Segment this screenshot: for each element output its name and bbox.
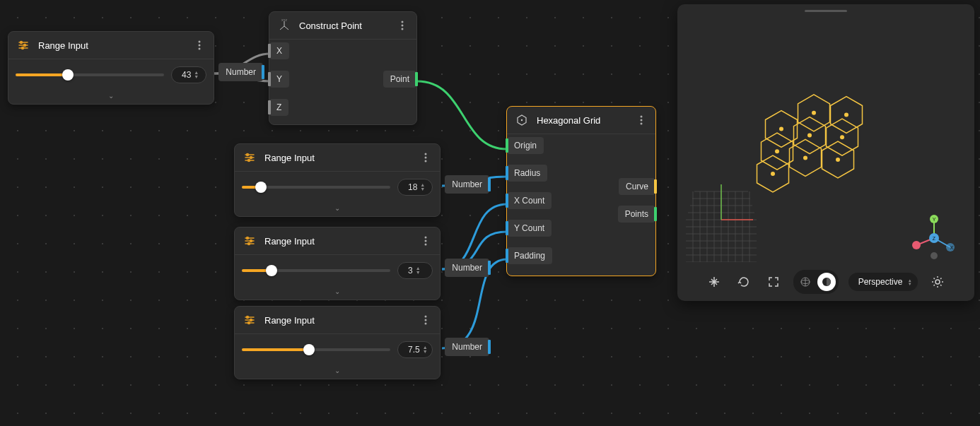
range-value: 18 (408, 182, 417, 192)
svg-point-21 (248, 160, 250, 162)
axis-gizmo[interactable]: Y Z X (909, 213, 959, 263)
svg-point-23 (425, 157, 427, 159)
range-value-input[interactable]: 43 ▲▼ (171, 66, 206, 83)
node-menu-button[interactable] (419, 313, 433, 327)
svg-point-45 (641, 116, 643, 118)
shaded-mode-icon[interactable] (817, 273, 836, 291)
node-range-input-1[interactable]: Range Input 43 ▲▼ Number ⌄ (8, 31, 214, 105)
shading-mode-toggle[interactable] (793, 270, 839, 294)
range-value: 3 (408, 266, 413, 276)
svg-line-10 (280, 26, 284, 30)
node-range-input-3[interactable]: Range Input 3 ▲▼ Number ⌄ (234, 227, 441, 300)
svg-point-64 (840, 135, 844, 139)
viewport-drag-handle[interactable] (805, 10, 847, 12)
svg-point-33 (425, 244, 427, 246)
sliders-icon (242, 150, 257, 165)
range-value-input[interactable]: 18 ▲▼ (397, 179, 433, 196)
xyz-icon: XYZ (276, 18, 292, 33)
collapse-toggle[interactable]: ⌄ (235, 203, 440, 216)
svg-text:XYZ: XYZ (281, 19, 287, 22)
svg-point-5 (22, 47, 24, 49)
output-port-points[interactable]: Points (618, 206, 655, 223)
svg-point-4 (24, 45, 26, 47)
value-stepper[interactable]: ▲▼ (423, 345, 428, 354)
svg-point-38 (250, 319, 252, 321)
svg-point-62 (812, 111, 816, 115)
node-menu-button[interactable] (634, 113, 648, 127)
input-port-radius[interactable]: Radius (507, 165, 547, 182)
node-menu-button[interactable] (395, 18, 409, 32)
settings-gear-icon[interactable] (928, 272, 947, 292)
value-stepper[interactable]: ▲▼ (416, 266, 421, 275)
range-value-input[interactable]: 7.5 ▲▼ (397, 341, 433, 358)
value-stepper[interactable]: ▲▼ (194, 71, 199, 79)
svg-point-61 (807, 134, 812, 138)
svg-point-24 (425, 160, 427, 162)
sliders-icon (242, 312, 257, 328)
svg-line-11 (284, 26, 288, 30)
node-title: Hexagonal Grid (537, 115, 634, 126)
range-slider[interactable] (242, 344, 390, 355)
sliders-icon (242, 233, 257, 249)
output-port-point[interactable]: Point (383, 71, 416, 88)
svg-point-58 (775, 149, 779, 153)
input-port-padding[interactable]: Padding (507, 247, 552, 264)
svg-point-39 (248, 322, 250, 324)
input-port-x[interactable]: X (269, 42, 289, 59)
output-port-number[interactable]: Number (445, 175, 489, 194)
svg-point-91 (912, 241, 921, 249)
collapse-toggle[interactable]: ⌄ (8, 90, 214, 104)
hexagon-icon (514, 112, 530, 128)
range-slider[interactable] (242, 265, 390, 276)
pan-tool-icon[interactable] (704, 272, 724, 292)
value-stepper[interactable]: ▲▼ (420, 183, 425, 191)
wireframe-mode-icon[interactable] (796, 273, 815, 291)
svg-point-20 (250, 157, 252, 159)
node-menu-button[interactable] (419, 234, 433, 248)
collapse-toggle[interactable]: ⌄ (235, 365, 440, 379)
input-port-origin[interactable]: Origin (507, 137, 544, 154)
node-construct-point[interactable]: XYZ Construct Point X Y Z Point (269, 11, 417, 125)
svg-point-30 (248, 243, 250, 245)
svg-point-95 (931, 252, 938, 259)
svg-point-41 (425, 319, 427, 321)
svg-point-42 (425, 323, 427, 325)
sliders-icon (16, 37, 31, 53)
output-port-number[interactable]: Number (445, 338, 489, 356)
svg-text:X: X (950, 245, 954, 250)
node-menu-button[interactable] (419, 150, 433, 165)
svg-point-15 (402, 28, 404, 30)
svg-point-40 (425, 316, 427, 318)
projection-dropdown[interactable]: Perspective ▴▾ (848, 273, 918, 291)
refresh-icon[interactable] (734, 272, 754, 292)
node-range-input-2[interactable]: Range Input 18 ▲▼ Number ⌄ (234, 143, 441, 217)
viewport-panel[interactable]: Y Z X Perspective ▴▾ (677, 4, 974, 301)
range-value: 43 (182, 70, 191, 80)
svg-point-60 (803, 155, 807, 160)
output-port-number[interactable]: Number (218, 63, 263, 81)
svg-point-14 (402, 25, 404, 27)
range-value-input[interactable]: 3 ▲▼ (397, 262, 433, 279)
svg-point-32 (425, 240, 427, 242)
svg-point-22 (425, 153, 427, 155)
svg-point-47 (641, 123, 643, 125)
svg-point-8 (199, 48, 201, 50)
viewport-scene (745, 32, 957, 202)
output-port-number[interactable]: Number (445, 259, 489, 277)
node-hexagonal-grid[interactable]: Hexagonal Grid Origin Radius X Count Y C… (506, 106, 656, 276)
input-port-ycount[interactable]: Y Count (507, 220, 552, 237)
fullscreen-icon[interactable] (764, 272, 783, 292)
input-port-xcount[interactable]: X Count (507, 192, 552, 209)
svg-point-103 (935, 280, 940, 284)
output-port-curve[interactable]: Curve (619, 178, 655, 195)
range-slider[interactable] (16, 69, 164, 81)
svg-point-46 (641, 119, 643, 122)
range-value: 7.5 (408, 345, 420, 355)
range-slider[interactable] (242, 182, 390, 193)
svg-point-57 (771, 172, 775, 176)
node-menu-button[interactable] (192, 38, 206, 52)
input-port-z[interactable]: Z (269, 99, 288, 116)
node-range-input-4[interactable]: Range Input 7.5 ▲▼ Number ⌄ (234, 306, 441, 379)
input-port-y[interactable]: Y (269, 71, 289, 88)
collapse-toggle[interactable]: ⌄ (235, 286, 440, 300)
